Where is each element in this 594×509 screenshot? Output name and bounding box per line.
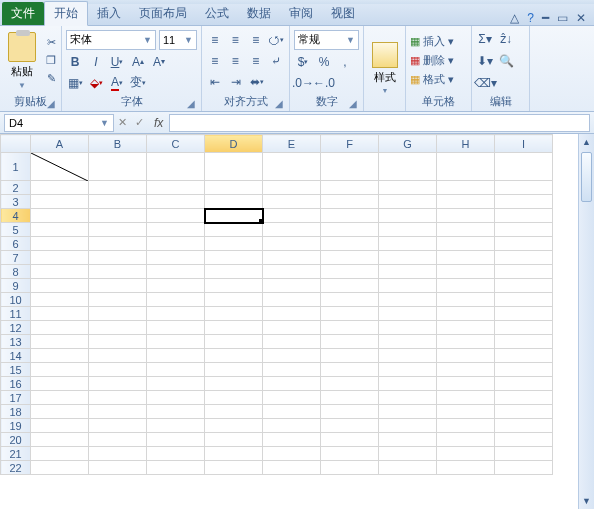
cell-C2[interactable] [147,181,205,195]
cell-D4[interactable] [205,209,263,223]
cell-E12[interactable] [263,321,321,335]
cancel-icon[interactable]: ✕ [114,116,131,129]
cell-G20[interactable] [379,433,437,447]
vertical-scrollbar[interactable]: ▲ ▼ [578,134,594,509]
cell-D8[interactable] [205,265,263,279]
row-header-12[interactable]: 12 [1,321,31,335]
align-middle-button[interactable]: ≡ [227,31,245,49]
cell-B11[interactable] [89,307,147,321]
cell-F2[interactable] [321,181,379,195]
cell-H16[interactable] [437,377,495,391]
cell-F19[interactable] [321,419,379,433]
cell-E9[interactable] [263,279,321,293]
cell-G22[interactable] [379,461,437,475]
row-header-11[interactable]: 11 [1,307,31,321]
increase-font-button[interactable]: A▴ [129,53,147,71]
cell-H15[interactable] [437,363,495,377]
cell-H6[interactable] [437,237,495,251]
cell-G1[interactable] [379,153,437,181]
row-header-3[interactable]: 3 [1,195,31,209]
cell-F1[interactable] [321,153,379,181]
cell-D17[interactable] [205,391,263,405]
cell-B16[interactable] [89,377,147,391]
sort-button[interactable]: ẑ↓ [497,30,515,48]
cell-F10[interactable] [321,293,379,307]
cell-E19[interactable] [263,419,321,433]
cell-G14[interactable] [379,349,437,363]
row-header-19[interactable]: 19 [1,419,31,433]
font-name-combo[interactable]: 宋体▼ [66,30,156,50]
cell-G12[interactable] [379,321,437,335]
cell-A10[interactable] [31,293,89,307]
row-header-6[interactable]: 6 [1,237,31,251]
tab-data[interactable]: 数据 [238,2,280,25]
cell-A20[interactable] [31,433,89,447]
cell-I21[interactable] [495,447,553,461]
col-header-A[interactable]: A [31,135,89,153]
paste-button[interactable]: 粘贴 ▼ [4,30,40,92]
row-header-4[interactable]: 4 [1,209,31,223]
tab-formulas[interactable]: 公式 [196,2,238,25]
cell-E1[interactable] [263,153,321,181]
cell-H21[interactable] [437,447,495,461]
cell-G4[interactable] [379,209,437,223]
currency-button[interactable]: $▾ [294,53,312,71]
comma-button[interactable]: , [336,53,354,71]
font-launcher[interactable]: ◢ [187,98,195,109]
cell-E16[interactable] [263,377,321,391]
row-header-10[interactable]: 10 [1,293,31,307]
formula-input[interactable] [169,114,590,132]
cell-A9[interactable] [31,279,89,293]
cell-G6[interactable] [379,237,437,251]
cell-I15[interactable] [495,363,553,377]
cell-D12[interactable] [205,321,263,335]
tab-home[interactable]: 开始 [44,1,88,26]
cell-F15[interactable] [321,363,379,377]
cell-D19[interactable] [205,419,263,433]
cell-D14[interactable] [205,349,263,363]
cell-I17[interactable] [495,391,553,405]
format-painter-button[interactable]: ✎ [43,71,59,87]
cell-A18[interactable] [31,405,89,419]
autosum-button[interactable]: Σ▾ [476,30,494,48]
enter-icon[interactable]: ✓ [131,116,148,129]
row-header-17[interactable]: 17 [1,391,31,405]
cell-D13[interactable] [205,335,263,349]
align-right-button[interactable]: ≡ [247,52,265,70]
cell-B21[interactable] [89,447,147,461]
row-header-2[interactable]: 2 [1,181,31,195]
cell-A4[interactable] [31,209,89,223]
cell-B12[interactable] [89,321,147,335]
cell-B10[interactable] [89,293,147,307]
cell-E20[interactable] [263,433,321,447]
cell-B4[interactable] [89,209,147,223]
cell-F17[interactable] [321,391,379,405]
cell-D7[interactable] [205,251,263,265]
row-header-16[interactable]: 16 [1,377,31,391]
cell-C8[interactable] [147,265,205,279]
underline-button[interactable]: U▾ [108,53,126,71]
cell-H11[interactable] [437,307,495,321]
orientation-button[interactable]: ⭯▾ [268,31,286,49]
tab-file[interactable]: 文件 [2,2,44,25]
cell-H13[interactable] [437,335,495,349]
cell-A11[interactable] [31,307,89,321]
minimize-ribbon-icon[interactable]: △ [510,11,519,25]
clipboard-launcher[interactable]: ◢ [47,98,55,109]
cell-I1[interactable] [495,153,553,181]
cell-G17[interactable] [379,391,437,405]
cell-G15[interactable] [379,363,437,377]
cell-I11[interactable] [495,307,553,321]
cell-C21[interactable] [147,447,205,461]
cell-D6[interactable] [205,237,263,251]
window-close-icon[interactable]: ✕ [576,11,586,25]
cell-A19[interactable] [31,419,89,433]
cell-E7[interactable] [263,251,321,265]
cell-B17[interactable] [89,391,147,405]
cell-C3[interactable] [147,195,205,209]
number-launcher[interactable]: ◢ [349,98,357,109]
cell-I2[interactable] [495,181,553,195]
cell-C9[interactable] [147,279,205,293]
cell-E3[interactable] [263,195,321,209]
cell-D9[interactable] [205,279,263,293]
